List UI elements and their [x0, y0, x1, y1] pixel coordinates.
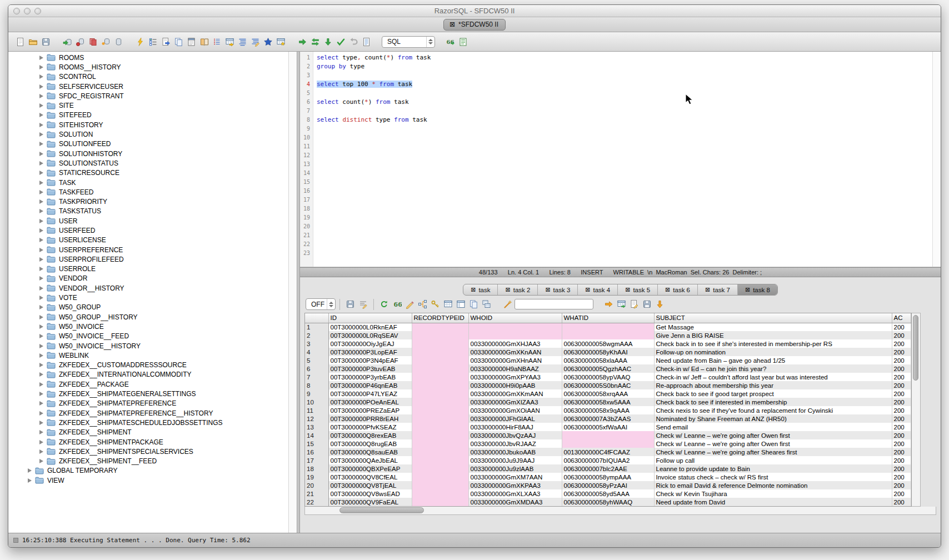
tree-item-userprofilefeed[interactable]: USERPROFILEFEED: [8, 254, 288, 264]
tree-item-sitehistory[interactable]: SITEHISTORY: [8, 120, 288, 129]
table-cell[interactable]: 200: [892, 398, 911, 406]
table-cell[interactable]: 00T3000000POeAnEAL: [328, 398, 412, 406]
table-cell[interactable]: 006300000058xw5AAA: [562, 398, 654, 406]
table-cell[interactable]: Leanne to provide update to Bain: [654, 464, 892, 473]
disclosure-triangle-icon[interactable]: [39, 421, 43, 425]
tree-item-solution[interactable]: SOLUTION: [8, 129, 288, 139]
results-tab-task-2[interactable]: ⊠task 2: [498, 284, 538, 295]
table-cell[interactable]: 0013000000C4fFCAAZ: [562, 448, 654, 456]
disclosure-triangle-icon[interactable]: [39, 190, 43, 194]
table-cell[interactable]: 00T3000000P3tuvEAB: [328, 364, 412, 373]
table-cell[interactable]: [412, 339, 468, 348]
disclosure-triangle-icon[interactable]: [39, 315, 43, 319]
tree-item-staticresource[interactable]: STATICRESOURCE: [8, 168, 288, 178]
table-cell[interactable]: 00T3000000PRR8rEAH: [328, 414, 412, 423]
tab-close-icon[interactable]: ⊠: [745, 286, 750, 293]
table-cell[interactable]: 0033000000H9i0pAAB: [468, 381, 562, 389]
disclosure-triangle-icon[interactable]: [39, 353, 43, 358]
tree-item-w50-group-history[interactable]: W50_GROUP__HISTORY: [8, 312, 288, 322]
table-cell[interactable]: Check w/ Leanne – we're going after Owen…: [654, 431, 892, 439]
view-glasses-icon[interactable]: 66: [391, 298, 403, 311]
table-cell[interactable]: 0033000000GmXIZAA3: [468, 398, 562, 406]
table-cell[interactable]: 0033000000GmXPYAA3: [468, 373, 562, 381]
table-cell[interactable]: [412, 439, 468, 448]
table-cell[interactable]: 00T3000000P47LYEAZ: [328, 389, 412, 398]
table-cell[interactable]: Check w/ Leanne – we're going after Shea…: [654, 448, 892, 456]
table-cell[interactable]: [412, 473, 468, 481]
table-cell[interactable]: [412, 348, 468, 356]
tree-item-zkfedex-shipment[interactable]: ZKFEDEX__SHIPMENT: [8, 428, 288, 437]
table-row[interactable]: 1900T3000000QV8CfEAL0033000000GmXM7AAN00…: [305, 473, 911, 481]
table-cell[interactable]: 200: [892, 348, 911, 356]
disclosure-triangle-icon[interactable]: [39, 103, 43, 108]
table-cell[interactable]: 200: [892, 448, 911, 456]
table-cell[interactable]: 200: [892, 473, 911, 481]
code-line[interactable]: select count(*) from task: [317, 98, 932, 107]
node-link-icon[interactable]: [416, 298, 429, 311]
table-cell[interactable]: [412, 464, 468, 473]
results-tab-task-7[interactable]: ⊠task 7: [698, 284, 738, 295]
favorites-icon[interactable]: [262, 36, 274, 48]
code-line[interactable]: select top 100 * from task: [317, 80, 932, 89]
disclosure-triangle-icon[interactable]: [39, 324, 43, 329]
table-cell[interactable]: 0033000000GmXOiAAN: [468, 406, 562, 414]
disclosure-triangle-icon[interactable]: [39, 430, 43, 434]
table-cell[interactable]: [562, 323, 654, 331]
tree-item-zkfedex-shipmategeneralsettings[interactable]: ZKFEDEX__SHIPMATEGENERALSETTINGS: [8, 389, 288, 398]
fetch-icon[interactable]: [322, 36, 334, 48]
table-cell[interactable]: [468, 323, 562, 331]
table-cell[interactable]: 0033000000GmXLXAA3: [468, 489, 562, 498]
code-line[interactable]: [317, 107, 932, 116]
undo-icon[interactable]: [347, 36, 360, 48]
table-cell[interactable]: 006300000058yhWAAQ: [562, 498, 654, 506]
table-row[interactable]: 2000T3000000QV8TjEAL0033000000GmXKPAA300…: [305, 481, 911, 489]
table-cell[interactable]: 200: [892, 456, 911, 464]
table-cell[interactable]: 00T3000000QAeJbEAL: [328, 456, 412, 464]
disclosure-triangle-icon[interactable]: [39, 276, 43, 281]
disclosure-triangle-icon[interactable]: [39, 142, 43, 146]
table-cell[interactable]: 0033000000GmXKPAA3: [468, 481, 562, 489]
column-header-id[interactable]: ID: [328, 313, 412, 323]
table-cell[interactable]: 0033000000JFhGlAAL: [468, 414, 562, 423]
table-cell[interactable]: [412, 456, 468, 464]
tree-item-zkfedex-shipmatescheduledjobssettings[interactable]: ZKFEDEX__SHIPMATESCHEDULEDJOBSSETTINGS: [8, 418, 288, 427]
table-cell[interactable]: [412, 398, 468, 406]
copy-icon[interactable]: [172, 36, 185, 48]
table-row[interactable]: 600T3000000P3tuvEAB0033000000H9aNBAAZ006…: [305, 364, 911, 373]
table-cell[interactable]: [412, 414, 468, 423]
tab-close-icon[interactable]: ⊠: [705, 286, 710, 293]
table-cell[interactable]: [412, 373, 468, 381]
table-cell[interactable]: 0033000000GmXHJAA3: [468, 339, 562, 348]
tab-close-icon[interactable]: ⊠: [625, 286, 630, 293]
tree-item-sitefeed[interactable]: SITEFEED: [8, 111, 288, 120]
table-view-icon[interactable]: [442, 298, 454, 311]
tree-item-solutionstatus[interactable]: SOLUTIONSTATUS: [8, 158, 288, 168]
code-line[interactable]: [317, 249, 932, 258]
table-cell[interactable]: 00T3000000QV9FaEAL: [328, 498, 412, 506]
column-header-ac[interactable]: AC: [892, 313, 911, 323]
results-log-icon[interactable]: [457, 36, 469, 48]
results-tab-task-6[interactable]: ⊠task 6: [658, 284, 698, 295]
table-cell[interactable]: [412, 431, 468, 439]
disclosure-triangle-icon[interactable]: [39, 123, 43, 127]
disclosure-triangle-icon[interactable]: [39, 238, 43, 242]
results-tab-task[interactable]: ⊠task: [463, 284, 498, 295]
disclosure-triangle-icon[interactable]: [39, 132, 43, 137]
table-cell[interactable]: 200: [892, 498, 911, 506]
table-cell[interactable]: 00T3000000P3LopEAF: [328, 348, 412, 356]
table-cell[interactable]: Give Jenn a BIG RAISE: [654, 331, 892, 339]
disclosure-triangle-icon[interactable]: [39, 286, 43, 291]
log-icon[interactable]: [360, 36, 373, 48]
tree-item-view[interactable]: VIEW: [8, 476, 288, 485]
resubmit-icon[interactable]: [309, 36, 322, 48]
table-row[interactable]: 900T3000000P47LYEAZ0033000000GmXKmAAN006…: [305, 389, 911, 398]
results-vertical-scrollbar-thumb[interactable]: [913, 315, 918, 381]
table-cell[interactable]: 0033000000JbukoAAB: [468, 448, 562, 456]
save-icon[interactable]: [344, 298, 357, 311]
table-cell[interactable]: 200: [892, 464, 911, 473]
tree-item-scontrol[interactable]: SCONTROL: [8, 72, 288, 82]
tree-item-zkfedex-shipment-feed[interactable]: ZKFEDEX__SHIPMENT__FEED: [8, 456, 288, 466]
table-cell[interactable]: 200: [892, 414, 911, 423]
table-cell[interactable]: 200: [892, 423, 911, 431]
connect-icon[interactable]: [61, 36, 74, 48]
